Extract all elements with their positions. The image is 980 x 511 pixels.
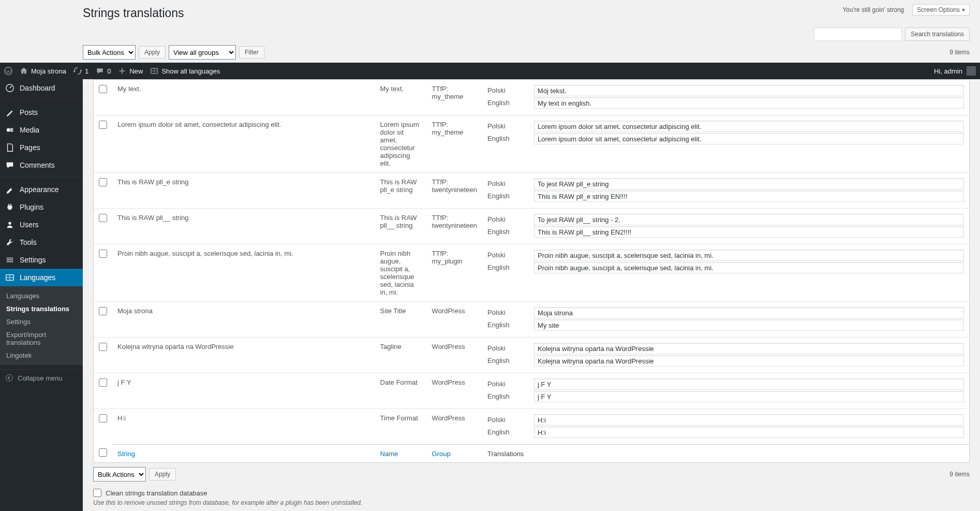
row-checkbox[interactable] xyxy=(99,307,107,315)
cell-languages: PolskiEnglish xyxy=(482,337,529,373)
col-group[interactable]: Group xyxy=(427,444,482,462)
cell-group: WordPress xyxy=(427,373,482,408)
items-count-top: 9 items xyxy=(949,49,970,56)
sidebar-item-users[interactable]: Users xyxy=(0,216,83,233)
comments-link[interactable]: 0 xyxy=(96,67,111,75)
svg-point-4 xyxy=(8,222,11,225)
translation-input-pl[interactable] xyxy=(534,85,964,96)
svg-point-6 xyxy=(6,375,13,382)
sidebar-item-languages[interactable]: Languages xyxy=(0,269,83,286)
translation-input-pl[interactable] xyxy=(534,178,964,189)
sidebar-item-dashboard[interactable]: Dashboard xyxy=(0,79,83,97)
apply-button-bottom[interactable]: Apply xyxy=(149,468,176,480)
sidebar-item-comments[interactable]: Comments xyxy=(0,156,83,174)
translation-input-pl[interactable] xyxy=(534,214,964,225)
apply-button-top[interactable]: Apply xyxy=(139,46,166,59)
sidebar-item-tools[interactable]: Tools xyxy=(0,233,83,251)
sidebar-item-plugins[interactable]: Plugins xyxy=(0,198,83,216)
col-name[interactable]: Name xyxy=(375,444,427,462)
new-link[interactable]: New xyxy=(118,67,143,75)
screen-options-button[interactable]: Screen Options xyxy=(912,4,970,16)
translation-input-en[interactable] xyxy=(534,319,964,331)
cell-translations xyxy=(529,208,969,244)
translation-input-en[interactable] xyxy=(534,97,964,109)
cell-languages: PolskiEnglish xyxy=(482,301,529,337)
cell-string: Kolejna witryna oparta na WordPressie xyxy=(112,337,375,373)
cell-group: WordPress xyxy=(427,301,482,337)
group-filter-select[interactable]: View all groups xyxy=(169,45,236,60)
updates-link[interactable]: 1 xyxy=(73,67,88,75)
clean-db-checkbox[interactable] xyxy=(93,489,101,497)
sidebar-item-settings[interactable]: Settings xyxy=(0,251,83,269)
sidebar-label-users: Users xyxy=(20,221,39,229)
cell-name: Lorem ipsum dolor sit amet, consectetur … xyxy=(375,115,427,172)
bulk-actions-select-top[interactable]: Bulk Actions xyxy=(83,45,136,60)
wp-logo-icon[interactable] xyxy=(4,67,12,75)
submenu-settings[interactable]: Settings xyxy=(0,315,83,328)
row-checkbox[interactable] xyxy=(99,378,107,387)
user-greeting[interactable]: Hi, admin xyxy=(934,67,962,75)
sidebar-item-pages[interactable]: Pages xyxy=(0,139,83,156)
translation-input-pl[interactable] xyxy=(534,378,964,390)
collapse-menu-button[interactable]: Collapse menu xyxy=(0,369,83,386)
cell-name: Proin nibh augue, suscipit a, scelerisqu… xyxy=(375,244,427,301)
translation-input-en[interactable] xyxy=(534,191,964,202)
submenu-lingotek[interactable]: Lingotek xyxy=(0,349,83,362)
bulk-actions-select-bottom[interactable]: Bulk Actions xyxy=(93,467,146,481)
translation-input-en[interactable] xyxy=(534,262,964,273)
translation-input-pl[interactable] xyxy=(534,307,964,318)
row-checkbox[interactable] xyxy=(99,250,107,258)
row-checkbox[interactable] xyxy=(99,343,107,351)
row-checkbox[interactable] xyxy=(99,214,107,222)
cell-group: TTfP: twentynineteen xyxy=(427,172,482,208)
search-translations-button[interactable]: Search translations xyxy=(905,27,970,41)
avatar[interactable] xyxy=(967,66,976,76)
cell-group: WordPress xyxy=(427,408,482,444)
site-name-link[interactable]: Moja strona xyxy=(20,67,66,75)
translation-input-en[interactable] xyxy=(534,427,964,438)
sidebar-item-media[interactable]: Media xyxy=(0,121,83,139)
updates-count: 1 xyxy=(85,67,88,75)
translation-input-pl[interactable] xyxy=(534,414,964,426)
translation-input-en[interactable] xyxy=(534,355,964,367)
admin-sidebar: Dashboard Posts Media Pages Comments App… xyxy=(0,79,83,511)
filter-button[interactable]: Filter xyxy=(239,46,264,59)
translation-input-en[interactable] xyxy=(534,226,964,238)
lang-label-pl: Polski xyxy=(487,343,524,355)
translation-input-en[interactable] xyxy=(534,391,964,402)
cell-group: WordPress xyxy=(427,337,482,373)
row-checkbox[interactable] xyxy=(99,121,107,129)
translation-input-pl[interactable] xyxy=(534,343,964,354)
row-checkbox[interactable] xyxy=(99,85,107,93)
cell-languages: PolskiEnglish xyxy=(482,373,529,408)
sidebar-label-media: Media xyxy=(20,126,39,134)
sidebar-label-tools: Tools xyxy=(20,238,37,246)
cell-translations xyxy=(529,373,969,408)
translation-input-pl[interactable] xyxy=(534,250,964,261)
sidebar-item-appearance[interactable]: Appearance xyxy=(0,181,83,198)
items-count-bottom: 9 items xyxy=(949,471,970,478)
table-row: Moja stronaSite TitleWordPressPolskiEngl… xyxy=(94,301,969,337)
submenu-strings[interactable]: Strings translations xyxy=(0,302,83,315)
lang-label-en: English xyxy=(487,355,524,368)
submenu-languages[interactable]: Languages xyxy=(0,289,83,302)
cell-translations xyxy=(529,337,969,373)
search-input[interactable] xyxy=(814,27,902,41)
lang-label-en: English xyxy=(487,262,524,274)
sidebar-item-posts[interactable]: Posts xyxy=(0,104,83,121)
clean-db-label[interactable]: Clean strings translation database xyxy=(93,489,970,497)
lang-label-pl: Polski xyxy=(487,250,524,262)
select-all-bottom[interactable] xyxy=(99,448,107,457)
cell-name: This is RAW pll__ string xyxy=(375,208,427,244)
translation-input-en[interactable] xyxy=(534,133,964,144)
cell-group: TTfP: my_theme xyxy=(427,80,482,115)
svg-point-3 xyxy=(7,128,10,132)
show-languages-link[interactable]: Show all languages xyxy=(150,67,220,75)
cell-translations xyxy=(529,115,969,172)
col-string[interactable]: String xyxy=(112,444,375,462)
cell-group: TTfP: twentynineteen xyxy=(427,208,482,244)
row-checkbox[interactable] xyxy=(99,414,107,422)
translation-input-pl[interactable] xyxy=(534,121,964,132)
submenu-export[interactable]: Export/import translations xyxy=(0,328,83,349)
row-checkbox[interactable] xyxy=(99,178,107,186)
